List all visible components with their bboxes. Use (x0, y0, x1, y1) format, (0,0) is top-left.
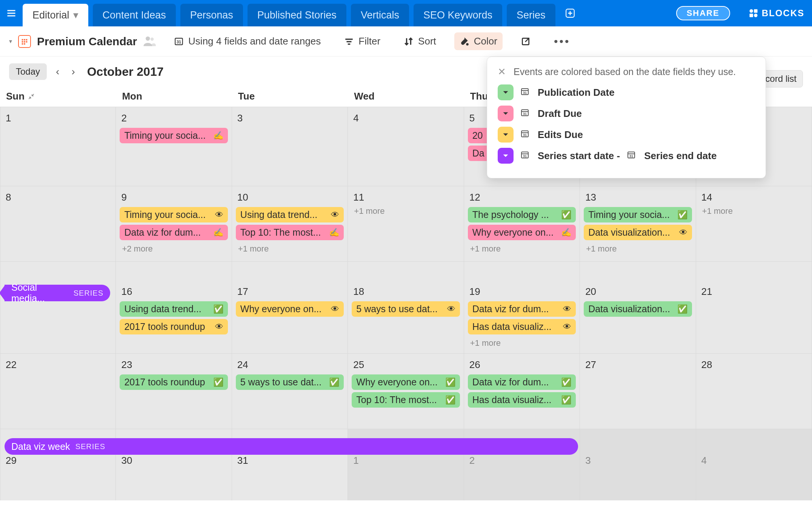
today-button[interactable]: Today (9, 63, 47, 80)
day-number: 25 (351, 357, 460, 372)
more-events[interactable]: +1 more (235, 242, 344, 255)
calendar-event[interactable]: 2017 tools roundup✅ (120, 374, 228, 390)
month-label: October 2017 (87, 65, 164, 79)
calendar-cell[interactable]: 3 (232, 107, 348, 186)
calendar-event[interactable]: Timing your socia...👁 (120, 207, 228, 222)
calendar-cell[interactable]: 15 (0, 261, 116, 353)
calendar-cell[interactable]: 9Timing your socia...👁Data viz for dum..… (116, 186, 232, 261)
more-events[interactable]: +1 more (467, 242, 577, 255)
next-month-icon[interactable]: › (68, 66, 78, 78)
more-menu[interactable]: ••• (549, 32, 576, 51)
calendar-cell[interactable]: 3 (580, 429, 696, 500)
calendar-cell[interactable]: 16Using data trend...✅2017 tools roundup… (116, 261, 232, 353)
tab-content-ideas[interactable]: Content Ideas (93, 4, 176, 26)
color-swatch[interactable] (498, 106, 514, 121)
calendar-event[interactable]: Why everyone on...✅ (352, 374, 460, 390)
series-event[interactable]: Data viz week SERIES (5, 438, 578, 455)
calendar-event[interactable]: Top 10: The most...✅ (352, 392, 460, 408)
series-event[interactable]: Social media... SERIES (5, 285, 110, 301)
tab-personas[interactable]: Personas (180, 4, 243, 26)
status-emoji: ✍️ (561, 228, 571, 238)
tab-verticals[interactable]: Verticals (351, 4, 409, 26)
tab-series[interactable]: Series (507, 4, 555, 26)
calendar-cell[interactable]: 17Why everyone on...👁 (232, 261, 348, 353)
day-number: 28 (699, 357, 809, 372)
fields-config[interactable]: 31 Using 4 fields and date ranges (169, 32, 326, 50)
calendar-event[interactable]: Data visualization...✅ (584, 301, 692, 317)
more-events[interactable]: +1 more (583, 242, 692, 255)
tab-seo-keywords[interactable]: SEO Keywords (414, 4, 502, 26)
color-swatch[interactable] (498, 84, 514, 100)
calendar-cell[interactable]: 1 (0, 107, 116, 186)
calendar-event[interactable]: Why everyone on...✍️ (468, 225, 576, 240)
calendar-cell[interactable]: 12The psychology ...✅Why everyone on...✍… (464, 186, 580, 261)
day-number: 26 (467, 357, 577, 372)
more-events[interactable]: +1 more (699, 205, 809, 218)
menu-icon[interactable] (0, 0, 23, 26)
calendar-event[interactable]: Data viz for dum...👁 (468, 301, 576, 317)
calendar-event[interactable]: Timing your socia...✍️ (120, 128, 228, 143)
day-number: 17 (235, 284, 344, 299)
calendar-cell[interactable]: 185 ways to use dat...👁 (348, 261, 464, 353)
legend-item[interactable]: 31Series start date - 31Series end date (498, 148, 755, 164)
legend-item[interactable]: 31Publication Date (498, 84, 755, 100)
calendar-cell[interactable]: 14+1 more (696, 186, 812, 261)
calendar-event[interactable]: Has data visualiz...✅ (468, 392, 576, 408)
calendar-cell[interactable]: 21 (696, 261, 812, 353)
calendar-cell[interactable]: 245 ways to use dat...✅ (232, 353, 348, 429)
more-events[interactable]: +1 more (467, 337, 577, 350)
legend-item[interactable]: 31Draft Due (498, 106, 755, 121)
filter-button[interactable]: Filter (339, 32, 386, 50)
prev-month-icon[interactable]: ‹ (53, 66, 62, 78)
calendar-event[interactable]: Has data visualiz...👁 (468, 319, 576, 334)
more-events[interactable]: +1 more (351, 205, 460, 218)
calendar-cell[interactable]: 28 (696, 353, 812, 429)
calendar-cell[interactable]: 10Using data trend...👁Top 10: The most..… (232, 186, 348, 261)
calendar-event[interactable]: 5 ways to use dat...👁 (352, 301, 460, 317)
calendar-event[interactable]: Data visualization...👁 (584, 225, 692, 240)
calendar-event[interactable]: 2017 tools roundup👁 (120, 319, 228, 334)
calendar-event[interactable]: Why everyone on...👁 (236, 301, 344, 317)
status-emoji: 👁 (563, 304, 571, 314)
calendar-event[interactable]: Top 10: The most...✍️ (236, 225, 344, 240)
view-title[interactable]: Premium Calendar (37, 35, 137, 48)
calendar-cell[interactable]: 13Timing your socia...✅Data visualizatio… (580, 186, 696, 261)
calendar-cell[interactable]: 4 (348, 107, 464, 186)
tab-published-stories[interactable]: Published Stories (248, 4, 346, 26)
blocks-label: BLOCKS (762, 8, 804, 18)
calendar-cell[interactable]: 22 (0, 353, 116, 429)
calendar-cell[interactable]: 232017 tools roundup✅ (116, 353, 232, 429)
share-view-icon[interactable] (515, 34, 536, 49)
legend-item[interactable]: 31Edits Due (498, 127, 755, 143)
calendar-event[interactable]: Using data trend...👁 (236, 207, 344, 222)
calendar-cell[interactable]: 27 (580, 353, 696, 429)
blocks-button[interactable]: BLOCKS (748, 8, 804, 18)
calendar-event[interactable]: Data viz for dum...✅ (468, 374, 576, 390)
calendar-cell[interactable]: 2Timing your socia...✍️ (116, 107, 232, 186)
calendar-cell[interactable]: 20Data visualization...✅ (580, 261, 696, 353)
calendar-event[interactable]: Using data trend...✅ (120, 301, 228, 317)
filter-label: Filter (358, 35, 380, 47)
calendar-cell[interactable]: 19Data viz for dum...👁Has data visualiz.… (464, 261, 580, 353)
calendar-event[interactable]: The psychology ...✅ (468, 207, 576, 222)
add-tab-button[interactable] (560, 5, 580, 22)
calendar-cell[interactable]: 11+1 more (348, 186, 464, 261)
color-swatch[interactable] (498, 148, 514, 164)
color-swatch[interactable] (498, 127, 514, 143)
close-icon[interactable]: ✕ (498, 66, 506, 78)
share-button[interactable]: SHARE (676, 6, 730, 20)
calendar-cell[interactable]: 26Data viz for dum...✅Has data visualiz.… (464, 353, 580, 429)
collaborators-icon[interactable] (143, 35, 156, 48)
calendar-cell[interactable]: 25Why everyone on...✅Top 10: The most...… (348, 353, 464, 429)
calendar-cell[interactable]: 8 (0, 186, 116, 261)
calendar-event[interactable]: 5 ways to use dat...✅ (236, 374, 344, 390)
calendar-cell[interactable]: 4 (696, 429, 812, 500)
svg-rect-24 (347, 41, 352, 42)
more-events[interactable]: +2 more (119, 242, 228, 255)
color-button[interactable]: Color (454, 32, 503, 50)
views-dropdown-icon[interactable]: ▾ (9, 38, 12, 45)
tab-editorial[interactable]: Editorial▾ (23, 4, 88, 26)
calendar-event[interactable]: Data viz for dum...✍️ (120, 225, 228, 240)
calendar-event[interactable]: Timing your socia...✅ (584, 207, 692, 222)
sort-button[interactable]: Sort (398, 32, 441, 50)
